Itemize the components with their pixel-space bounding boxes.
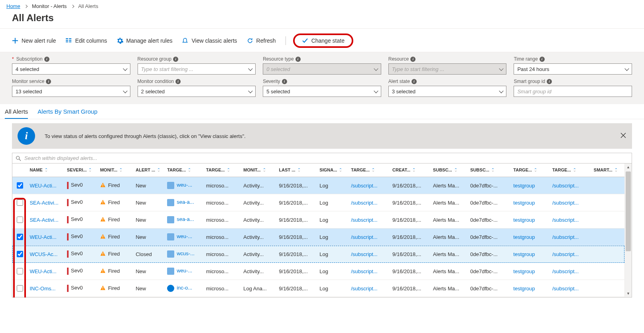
tab-all-alerts[interactable]: All Alerts bbox=[5, 108, 28, 119]
row-checkbox[interactable] bbox=[17, 199, 23, 206]
scroll-up-arrow[interactable]: ▲ bbox=[625, 164, 632, 171]
alert-name-link[interactable]: INC-Oms... bbox=[30, 286, 55, 292]
column-header[interactable]: MONIT... bbox=[241, 164, 276, 177]
column-header[interactable]: TARGE... bbox=[550, 164, 591, 177]
row-checkbox[interactable] bbox=[17, 234, 23, 240]
info-icon[interactable]: i bbox=[412, 79, 417, 84]
subscription-dropdown[interactable]: 4 selected bbox=[12, 63, 130, 75]
info-icon[interactable]: i bbox=[547, 79, 552, 84]
table-row[interactable]: SEA-Activi...Sev0FiredNewsea-a...microso… bbox=[12, 211, 624, 229]
new-alert-rule-button[interactable]: New alert rule bbox=[12, 37, 56, 44]
select-all-header[interactable] bbox=[12, 164, 27, 177]
subscription-link[interactable]: /subscript... bbox=[552, 200, 579, 206]
test-group-link[interactable]: testgroup bbox=[513, 183, 535, 189]
info-icon[interactable]: i bbox=[540, 57, 545, 62]
info-icon[interactable]: i bbox=[295, 57, 301, 62]
column-header[interactable]: SUBSC... bbox=[468, 164, 511, 177]
column-header[interactable]: ALERT ... bbox=[133, 164, 165, 177]
target-resource-link[interactable]: wcus-... bbox=[177, 251, 195, 257]
subscription-link[interactable]: /subscript... bbox=[351, 286, 377, 292]
column-header[interactable]: SUBSC... bbox=[431, 164, 468, 177]
refresh-button[interactable]: Refresh bbox=[247, 37, 276, 44]
table-row[interactable]: WEU-Acti...Sev0FiredNewweu-...microso...… bbox=[12, 177, 624, 194]
target-resource-link[interactable]: weu-... bbox=[177, 182, 192, 188]
search-input[interactable] bbox=[24, 155, 628, 162]
alert-state-dropdown[interactable]: 3 selected bbox=[388, 86, 507, 97]
column-header[interactable]: SEVERI... bbox=[65, 164, 98, 177]
alert-name-link[interactable]: WEU-Acti... bbox=[30, 183, 56, 189]
time-range-dropdown[interactable]: Past 24 hours bbox=[514, 63, 632, 75]
target-resource-link[interactable]: weu-... bbox=[177, 268, 192, 274]
subscription-link[interactable]: /subscript... bbox=[552, 251, 579, 257]
edit-columns-button[interactable]: Edit columns bbox=[65, 37, 107, 44]
subscription-link[interactable]: /subscript... bbox=[351, 183, 377, 189]
resource-group-dropdown[interactable]: Type to start filtering ... bbox=[138, 63, 256, 75]
subscription-link[interactable]: /subscript... bbox=[351, 234, 377, 240]
column-header[interactable]: CREAT... bbox=[390, 164, 431, 177]
info-icon[interactable]: i bbox=[44, 57, 49, 62]
subscription-link[interactable]: /subscript... bbox=[351, 268, 377, 274]
change-state-button[interactable]: Change state bbox=[302, 37, 345, 44]
smart-group-id-input[interactable]: Smart group id bbox=[514, 86, 632, 97]
subscription-link[interactable]: /subscript... bbox=[552, 234, 579, 240]
subscription-link[interactable]: /subscript... bbox=[552, 268, 579, 274]
tab-smart-groups[interactable]: Alerts By Smart Group bbox=[37, 108, 97, 119]
alert-name-link[interactable]: WCUS-Ac... bbox=[30, 251, 57, 257]
row-checkbox[interactable] bbox=[17, 217, 23, 223]
table-row[interactable]: WEU-Acti...Sev0FiredNewweu-...microso...… bbox=[12, 229, 624, 246]
test-group-link[interactable]: testgroup bbox=[513, 217, 535, 223]
info-icon[interactable]: i bbox=[173, 57, 178, 62]
severity-dropdown[interactable]: 5 selected bbox=[263, 86, 381, 97]
vertical-scrollbar[interactable]: ▲ ▼ bbox=[624, 164, 632, 297]
column-header[interactable]: NAME bbox=[27, 164, 64, 177]
table-row[interactable]: WEU-Acti...Sev0FiredNewweu-...microso...… bbox=[12, 263, 624, 280]
target-resource-link[interactable]: sea-a... bbox=[177, 199, 194, 205]
subscription-link[interactable]: /subscript... bbox=[552, 183, 579, 189]
column-header[interactable]: LAST ... bbox=[277, 164, 317, 177]
alert-name-link[interactable]: WEU-Acti... bbox=[30, 234, 56, 240]
search-within-alerts[interactable] bbox=[12, 153, 632, 164]
row-checkbox[interactable] bbox=[17, 268, 23, 274]
alert-name-link[interactable]: SEA-Activi... bbox=[30, 200, 58, 206]
monitor-condition-dropdown[interactable]: 2 selected bbox=[138, 86, 256, 97]
column-header[interactable]: TARGE... bbox=[204, 164, 241, 177]
info-icon[interactable]: i bbox=[46, 79, 51, 84]
target-resource-link[interactable]: weu-... bbox=[177, 234, 192, 240]
row-checkbox[interactable] bbox=[17, 182, 23, 189]
manage-alert-rules-button[interactable]: Manage alert rules bbox=[117, 37, 173, 44]
breadcrumb-home[interactable]: Home bbox=[6, 3, 20, 9]
subscription-link[interactable]: /subscript... bbox=[351, 217, 377, 223]
info-icon[interactable]: i bbox=[175, 79, 181, 84]
subscription-link[interactable]: /subscript... bbox=[552, 217, 579, 223]
scroll-down-arrow[interactable]: ▼ bbox=[625, 290, 632, 297]
banner-close-button[interactable] bbox=[620, 132, 626, 140]
test-group-link[interactable]: testgroup bbox=[513, 268, 535, 274]
test-group-link[interactable]: testgroup bbox=[513, 286, 535, 292]
column-header[interactable]: TARGE... bbox=[165, 164, 204, 177]
subscription-link[interactable]: /subscript... bbox=[351, 251, 377, 257]
column-header[interactable]: SIGNA... bbox=[317, 164, 349, 177]
column-header[interactable]: TARGE... bbox=[511, 164, 550, 177]
row-checkbox[interactable] bbox=[17, 285, 23, 292]
target-resource-link[interactable]: sea-a... bbox=[177, 217, 194, 223]
info-icon[interactable]: i bbox=[410, 57, 416, 62]
table-row[interactable]: INC-Oms...Sev0FiredNewinc-o...microso...… bbox=[12, 280, 624, 297]
breadcrumb-mid[interactable]: Monitor - Alerts bbox=[32, 3, 67, 9]
column-header[interactable]: MONIT... bbox=[98, 164, 133, 177]
alert-name-link[interactable]: WEU-Acti... bbox=[30, 268, 56, 274]
table-row[interactable]: WCUS-Ac...Sev0FiredClosedwcus-...microso… bbox=[12, 246, 624, 263]
scrollbar-thumb[interactable] bbox=[626, 171, 631, 251]
row-checkbox[interactable] bbox=[17, 251, 23, 257]
column-header[interactable]: SMART... bbox=[591, 164, 624, 177]
monitor-service-dropdown[interactable]: 13 selected bbox=[12, 86, 130, 97]
table-row[interactable]: SEA-Activi...Sev0FiredNewsea-a...microso… bbox=[12, 194, 624, 211]
test-group-link[interactable]: testgroup bbox=[513, 234, 535, 240]
test-group-link[interactable]: testgroup bbox=[513, 200, 535, 206]
target-resource-link[interactable]: inc-o... bbox=[177, 285, 192, 291]
test-group-link[interactable]: testgroup bbox=[513, 251, 535, 257]
column-header[interactable]: TARGE... bbox=[349, 164, 390, 177]
view-classic-alerts-button[interactable]: View classic alerts bbox=[182, 37, 237, 44]
subscription-link[interactable]: /subscript... bbox=[552, 286, 579, 292]
info-icon[interactable]: i bbox=[282, 79, 287, 84]
subscription-link[interactable]: /subscript... bbox=[351, 200, 377, 206]
